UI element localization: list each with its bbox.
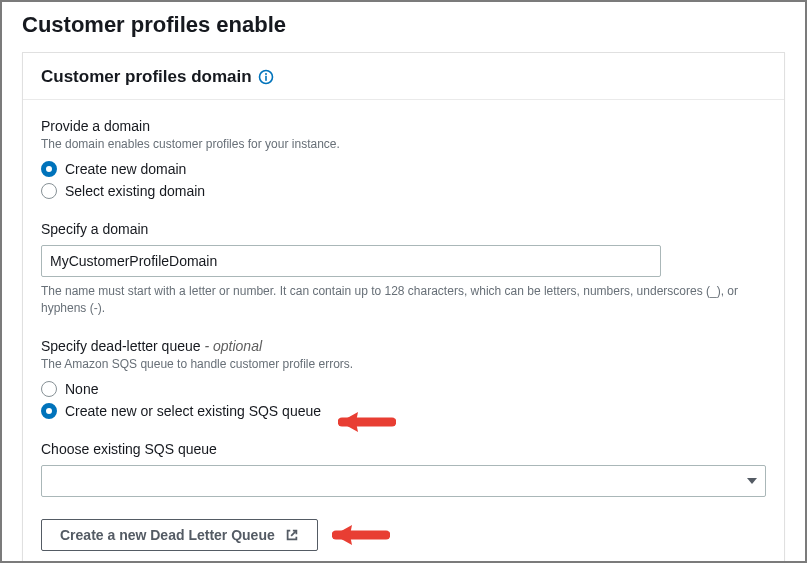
radio-select-domain[interactable]: Select existing domain	[41, 183, 766, 199]
panel-header: Customer profiles domain	[23, 53, 784, 100]
existing-queue-select[interactable]	[41, 465, 766, 497]
create-dlq-button[interactable]: Create a new Dead Letter Queue	[41, 519, 318, 551]
dlq-group: Specify dead-letter queue - optional The…	[41, 338, 766, 419]
provide-domain-group: Provide a domain The domain enables cust…	[41, 118, 766, 199]
radio-input-dlq-create-select[interactable]	[41, 403, 57, 419]
create-dlq-button-label: Create a new Dead Letter Queue	[60, 527, 275, 543]
domain-name-input[interactable]	[41, 245, 661, 277]
caret-down-icon	[747, 478, 757, 484]
radio-dlq-none[interactable]: None	[41, 381, 766, 397]
create-dlq-group: Create a new Dead Letter Queue	[41, 519, 766, 551]
svg-point-1	[265, 73, 267, 75]
svg-rect-2	[265, 76, 267, 81]
radio-input-create-domain[interactable]	[41, 161, 57, 177]
dlq-label-text: Specify dead-letter queue	[41, 338, 201, 354]
dlq-label: Specify dead-letter queue - optional	[41, 338, 766, 354]
specify-domain-help: The name must start with a letter or num…	[41, 283, 766, 317]
dlq-optional-tag: - optional	[201, 338, 262, 354]
page-title: Customer profiles enable	[22, 12, 785, 38]
specify-domain-group: Specify a domain The name must start wit…	[41, 221, 766, 317]
existing-queue-group: Choose existing SQS queue	[41, 441, 766, 497]
specify-domain-label: Specify a domain	[41, 221, 766, 237]
radio-input-dlq-none[interactable]	[41, 381, 57, 397]
radio-create-domain[interactable]: Create new domain	[41, 161, 766, 177]
panel-title: Customer profiles domain	[41, 67, 252, 87]
provide-domain-label: Provide a domain	[41, 118, 766, 134]
info-icon[interactable]	[258, 69, 274, 85]
radio-input-select-domain[interactable]	[41, 183, 57, 199]
provide-domain-help: The domain enables customer profiles for…	[41, 136, 766, 153]
radio-label-dlq-create-select: Create new or select existing SQS queue	[65, 403, 321, 419]
radio-label-dlq-none: None	[65, 381, 98, 397]
radio-dlq-create-select[interactable]: Create new or select existing SQS queue	[41, 403, 766, 419]
radio-label-select-domain: Select existing domain	[65, 183, 205, 199]
external-link-icon	[285, 528, 299, 542]
domain-panel: Customer profiles domain Provide a domai…	[22, 52, 785, 563]
existing-queue-label: Choose existing SQS queue	[41, 441, 766, 457]
dlq-help: The Amazon SQS queue to handle customer …	[41, 356, 766, 373]
radio-label-create-domain: Create new domain	[65, 161, 186, 177]
